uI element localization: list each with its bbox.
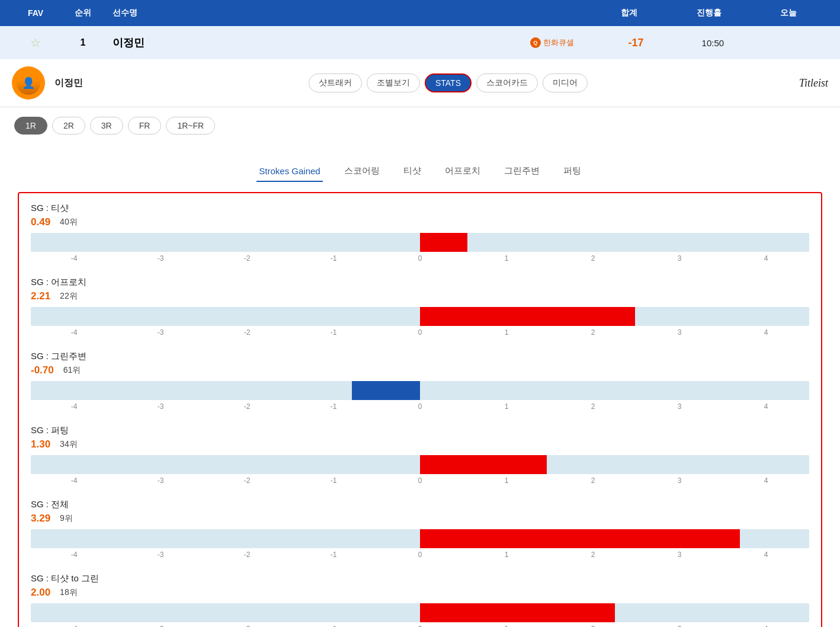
bar-label: -2 — [204, 476, 290, 485]
sg-title-4: SG : 전체 — [31, 499, 809, 510]
bar-label: 3 — [636, 402, 723, 411]
bar-label: 0 — [377, 328, 463, 337]
round-tabs: 1R 2R 3R FR 1R~FR — [0, 107, 840, 144]
sponsor-name: 한화큐셀 — [543, 37, 574, 48]
sg-bar-labels-1: -4-3-2-101234 — [31, 328, 809, 337]
sponsor-area: Q 한화큐셀 — [267, 37, 598, 48]
bar-label: -4 — [31, 551, 117, 559]
bar-label: -4 — [31, 254, 117, 263]
tab-shot-tracker[interactable]: 샷트래커 — [309, 73, 362, 92]
sponsor-icon: Q — [530, 37, 541, 48]
bar-label: 1 — [463, 551, 550, 559]
header-row: FAV 순위 선수명 합계 진행홀 오늘 — [0, 0, 840, 26]
sg-value-row-5: 2.00 18위 — [31, 587, 809, 599]
bar-label: -4 — [31, 328, 117, 337]
sg-bar-0: -4-3-2-101234 — [31, 233, 809, 263]
sg-title-5: SG : 티샷 to 그린 — [31, 573, 809, 584]
bar-label: -4 — [31, 402, 117, 411]
stats-container: SG : 티샷 0.49 40위 -4-3-2-101234 SG : 어프로치… — [18, 192, 822, 627]
sg-rank-3: 34위 — [60, 439, 78, 450]
sg-bar-bg-0 — [31, 233, 809, 252]
sg-bar-bg-5 — [31, 603, 809, 622]
sg-item-0: SG : 티샷 0.49 40위 -4-3-2-101234 — [31, 203, 809, 263]
sg-value-row-3: 1.30 34위 — [31, 439, 809, 450]
sg-value-5: 2.00 — [31, 587, 50, 599]
fav-icon[interactable]: ☆ — [12, 36, 59, 50]
round-1r[interactable]: 1R — [14, 117, 47, 135]
bar-label: 2 — [550, 551, 636, 559]
brand-logo: Titleist — [799, 77, 828, 89]
round-1r-fr[interactable]: 1R~FR — [166, 117, 215, 135]
stat-tab-strokes-gained[interactable]: Strokes Gained — [257, 161, 322, 182]
sg-bar-bg-3 — [31, 455, 809, 474]
sg-rank-0: 40위 — [60, 217, 78, 228]
player-hole: 10:50 — [674, 38, 751, 48]
tab-media[interactable]: 미디어 — [543, 73, 588, 92]
sg-title-1: SG : 어프로치 — [31, 277, 809, 288]
bar-label: 2 — [550, 328, 636, 337]
sg-bar-2: -4-3-2-101234 — [31, 381, 809, 411]
bar-label: -1 — [290, 254, 377, 263]
sg-bar-5: -4-3-2-101234 — [31, 603, 809, 627]
round-fr[interactable]: FR — [128, 117, 162, 135]
tab-scorecard[interactable]: 스코어카드 — [476, 73, 538, 92]
tab-nav: 샷트래커 조별보기 STATS 스코어카드 미디어 — [97, 73, 799, 92]
stat-tab-scoring[interactable]: 스코어링 — [342, 161, 382, 183]
stat-tab-tee-shot[interactable]: 티샷 — [401, 161, 424, 183]
player-score: -17 — [598, 37, 675, 49]
bar-label: 4 — [723, 254, 809, 263]
bar-label: 2 — [550, 476, 636, 485]
sg-rank-4: 9위 — [60, 513, 73, 524]
sg-rank-1: 22위 — [60, 291, 78, 302]
header-name: 선수명 — [107, 8, 271, 18]
round-3r[interactable]: 3R — [90, 117, 123, 135]
sg-bar-bg-2 — [31, 381, 809, 400]
bar-label: -4 — [31, 476, 117, 485]
bar-label: 0 — [377, 551, 463, 559]
header-rank: 순위 — [59, 8, 107, 18]
sg-bar-labels-0: -4-3-2-101234 — [31, 254, 809, 263]
bar-label: 0 — [377, 254, 463, 263]
header-fav: FAV — [12, 8, 59, 18]
sg-title-0: SG : 티샷 — [31, 203, 809, 214]
bar-label: -2 — [204, 328, 290, 337]
bar-label: -2 — [204, 551, 290, 559]
sg-value-row-0: 0.49 40위 — [31, 216, 809, 228]
sg-bar-labels-3: -4-3-2-101234 — [31, 476, 809, 485]
bar-label: 0 — [377, 402, 463, 411]
sg-bar-3: -4-3-2-101234 — [31, 455, 809, 485]
bar-label: 4 — [723, 402, 809, 411]
tab-stats[interactable]: STATS — [425, 73, 472, 92]
round-2r[interactable]: 2R — [52, 117, 85, 135]
player-row: ☆ 1 이정민 Q 한화큐셀 -17 10:50 — [0, 26, 840, 59]
sg-bar-fill-1 — [420, 307, 635, 326]
player-name-detail: 이정민 — [54, 77, 83, 89]
main-content: Strokes Gained 스코어링 티샷 어프로치 그린주변 퍼팅 SG :… — [0, 144, 840, 627]
stat-tab-approach[interactable]: 어프로치 — [443, 161, 483, 183]
stat-tab-putting[interactable]: 퍼팅 — [561, 161, 583, 183]
bar-label: -1 — [290, 402, 377, 411]
stat-tab-around-green[interactable]: 그린주변 — [502, 161, 542, 183]
bar-label: 3 — [636, 328, 723, 337]
player-detail-row: 👤 이정민 샷트래커 조별보기 STATS 스코어카드 미디어 Titleist — [0, 59, 840, 107]
sg-item-3: SG : 퍼팅 1.30 34위 -4-3-2-101234 — [31, 425, 809, 485]
bar-label: 4 — [723, 476, 809, 485]
bar-label: 0 — [377, 625, 463, 627]
bar-label: 1 — [463, 625, 550, 627]
sg-bar-bg-1 — [31, 307, 809, 326]
sg-value-2: -0.70 — [31, 364, 54, 376]
sg-value-row-1: 2.21 22위 — [31, 290, 809, 302]
sg-bar-labels-4: -4-3-2-101234 — [31, 551, 809, 559]
sg-item-5: SG : 티샷 to 그린 2.00 18위 -4-3-2-101234 — [31, 573, 809, 627]
bar-label: 2 — [550, 402, 636, 411]
bar-label: -2 — [204, 625, 290, 627]
bar-label: -1 — [290, 476, 377, 485]
sg-rank-5: 18위 — [60, 587, 78, 598]
sg-bar-fill-0 — [420, 233, 467, 252]
bar-label: 2 — [550, 254, 636, 263]
bar-label: 3 — [636, 476, 723, 485]
tab-group-view[interactable]: 조별보기 — [367, 73, 420, 92]
bar-label: 4 — [723, 328, 809, 337]
sponsor-logo: Q 한화큐셀 — [530, 37, 574, 48]
bar-label: -2 — [204, 402, 290, 411]
